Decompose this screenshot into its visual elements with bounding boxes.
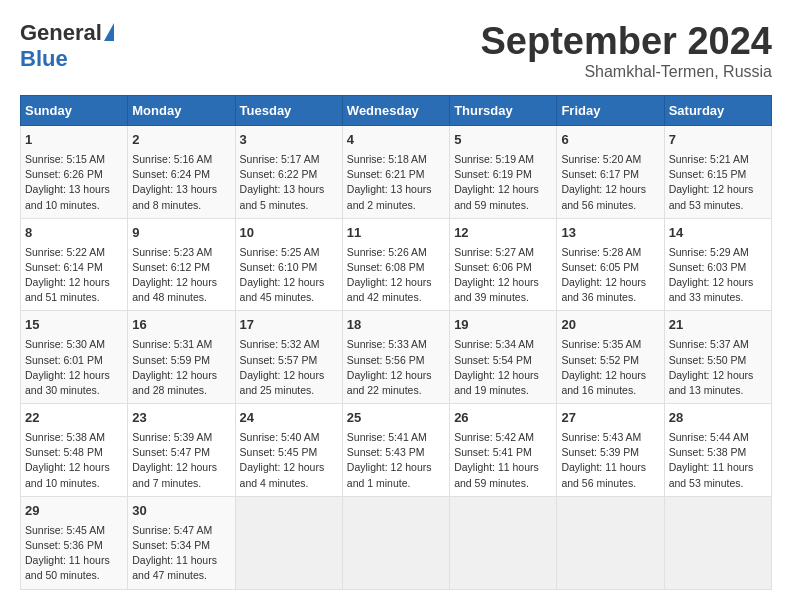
- day-cell: 19Sunrise: 5:34 AMSunset: 5:54 PMDayligh…: [450, 311, 557, 404]
- day-cell: 1Sunrise: 5:15 AMSunset: 6:26 PMDaylight…: [21, 126, 128, 219]
- page-header: General Blue September 2024 Shamkhal-Ter…: [20, 20, 772, 81]
- day-info: Sunset: 5:36 PM: [25, 538, 123, 553]
- day-cell: 7Sunrise: 5:21 AMSunset: 6:15 PMDaylight…: [664, 126, 771, 219]
- day-number: 11: [347, 224, 445, 243]
- day-number: 13: [561, 224, 659, 243]
- day-cell: 16Sunrise: 5:31 AMSunset: 5:59 PMDayligh…: [128, 311, 235, 404]
- day-number: 14: [669, 224, 767, 243]
- day-info: Sunset: 6:24 PM: [132, 167, 230, 182]
- day-info: Sunrise: 5:19 AM: [454, 152, 552, 167]
- day-number: 28: [669, 409, 767, 428]
- header-row: SundayMondayTuesdayWednesdayThursdayFrid…: [21, 96, 772, 126]
- day-cell: 12Sunrise: 5:27 AMSunset: 6:06 PMDayligh…: [450, 218, 557, 311]
- day-info: Sunrise: 5:22 AM: [25, 245, 123, 260]
- day-cell: 4Sunrise: 5:18 AMSunset: 6:21 PMDaylight…: [342, 126, 449, 219]
- day-info: Daylight: 13 hours and 10 minutes.: [25, 182, 123, 212]
- day-number: 4: [347, 131, 445, 150]
- day-info: Sunrise: 5:31 AM: [132, 337, 230, 352]
- day-info: Daylight: 13 hours and 2 minutes.: [347, 182, 445, 212]
- day-number: 30: [132, 502, 230, 521]
- week-row-4: 22Sunrise: 5:38 AMSunset: 5:48 PMDayligh…: [21, 404, 772, 497]
- day-info: Sunrise: 5:16 AM: [132, 152, 230, 167]
- day-info: Daylight: 12 hours and 33 minutes.: [669, 275, 767, 305]
- day-info: Sunset: 5:52 PM: [561, 353, 659, 368]
- header-cell-sunday: Sunday: [21, 96, 128, 126]
- title-block: September 2024 Shamkhal-Termen, Russia: [481, 20, 773, 81]
- day-number: 29: [25, 502, 123, 521]
- day-cell: 21Sunrise: 5:37 AMSunset: 5:50 PMDayligh…: [664, 311, 771, 404]
- logo-general-text: General: [20, 20, 102, 46]
- day-cell: 10Sunrise: 5:25 AMSunset: 6:10 PMDayligh…: [235, 218, 342, 311]
- month-title: September 2024: [481, 20, 773, 63]
- day-number: 5: [454, 131, 552, 150]
- day-number: 12: [454, 224, 552, 243]
- week-row-3: 15Sunrise: 5:30 AMSunset: 6:01 PMDayligh…: [21, 311, 772, 404]
- day-info: Daylight: 12 hours and 56 minutes.: [561, 182, 659, 212]
- day-number: 20: [561, 316, 659, 335]
- day-info: Sunrise: 5:25 AM: [240, 245, 338, 260]
- day-info: Daylight: 11 hours and 50 minutes.: [25, 553, 123, 583]
- day-info: Daylight: 12 hours and 10 minutes.: [25, 460, 123, 490]
- day-cell: 26Sunrise: 5:42 AMSunset: 5:41 PMDayligh…: [450, 404, 557, 497]
- day-info: Daylight: 12 hours and 30 minutes.: [25, 368, 123, 398]
- day-info: Sunset: 6:17 PM: [561, 167, 659, 182]
- day-info: Daylight: 13 hours and 8 minutes.: [132, 182, 230, 212]
- day-info: Daylight: 12 hours and 13 minutes.: [669, 368, 767, 398]
- day-cell: 22Sunrise: 5:38 AMSunset: 5:48 PMDayligh…: [21, 404, 128, 497]
- day-cell: [664, 496, 771, 589]
- day-cell: [450, 496, 557, 589]
- day-info: Sunset: 5:57 PM: [240, 353, 338, 368]
- day-info: Sunrise: 5:20 AM: [561, 152, 659, 167]
- day-info: Sunset: 5:39 PM: [561, 445, 659, 460]
- day-cell: 13Sunrise: 5:28 AMSunset: 6:05 PMDayligh…: [557, 218, 664, 311]
- day-cell: 14Sunrise: 5:29 AMSunset: 6:03 PMDayligh…: [664, 218, 771, 311]
- day-info: Daylight: 12 hours and 22 minutes.: [347, 368, 445, 398]
- day-info: Sunset: 5:54 PM: [454, 353, 552, 368]
- day-info: Sunrise: 5:30 AM: [25, 337, 123, 352]
- day-number: 3: [240, 131, 338, 150]
- day-number: 10: [240, 224, 338, 243]
- day-info: Daylight: 13 hours and 5 minutes.: [240, 182, 338, 212]
- header-cell-wednesday: Wednesday: [342, 96, 449, 126]
- day-info: Daylight: 12 hours and 4 minutes.: [240, 460, 338, 490]
- day-cell: 24Sunrise: 5:40 AMSunset: 5:45 PMDayligh…: [235, 404, 342, 497]
- calendar-table: SundayMondayTuesdayWednesdayThursdayFrid…: [20, 95, 772, 590]
- day-info: Sunrise: 5:17 AM: [240, 152, 338, 167]
- day-info: Sunrise: 5:26 AM: [347, 245, 445, 260]
- day-info: Sunset: 6:12 PM: [132, 260, 230, 275]
- day-info: Sunset: 6:22 PM: [240, 167, 338, 182]
- day-info: Daylight: 12 hours and 45 minutes.: [240, 275, 338, 305]
- day-cell: 20Sunrise: 5:35 AMSunset: 5:52 PMDayligh…: [557, 311, 664, 404]
- day-info: Sunset: 6:15 PM: [669, 167, 767, 182]
- day-number: 7: [669, 131, 767, 150]
- day-info: Sunset: 6:14 PM: [25, 260, 123, 275]
- day-cell: 3Sunrise: 5:17 AMSunset: 6:22 PMDaylight…: [235, 126, 342, 219]
- day-number: 8: [25, 224, 123, 243]
- day-cell: 6Sunrise: 5:20 AMSunset: 6:17 PMDaylight…: [557, 126, 664, 219]
- day-info: Daylight: 12 hours and 19 minutes.: [454, 368, 552, 398]
- day-number: 27: [561, 409, 659, 428]
- day-info: Sunrise: 5:27 AM: [454, 245, 552, 260]
- day-info: Daylight: 12 hours and 16 minutes.: [561, 368, 659, 398]
- day-info: Sunrise: 5:45 AM: [25, 523, 123, 538]
- day-info: Sunset: 5:43 PM: [347, 445, 445, 460]
- day-cell: 11Sunrise: 5:26 AMSunset: 6:08 PMDayligh…: [342, 218, 449, 311]
- day-cell: 17Sunrise: 5:32 AMSunset: 5:57 PMDayligh…: [235, 311, 342, 404]
- day-info: Daylight: 11 hours and 47 minutes.: [132, 553, 230, 583]
- day-info: Daylight: 12 hours and 42 minutes.: [347, 275, 445, 305]
- day-number: 21: [669, 316, 767, 335]
- day-cell: 25Sunrise: 5:41 AMSunset: 5:43 PMDayligh…: [342, 404, 449, 497]
- day-cell: 23Sunrise: 5:39 AMSunset: 5:47 PMDayligh…: [128, 404, 235, 497]
- day-cell: 5Sunrise: 5:19 AMSunset: 6:19 PMDaylight…: [450, 126, 557, 219]
- day-info: Daylight: 12 hours and 1 minute.: [347, 460, 445, 490]
- header-cell-monday: Monday: [128, 96, 235, 126]
- day-info: Sunset: 5:41 PM: [454, 445, 552, 460]
- day-info: Daylight: 12 hours and 7 minutes.: [132, 460, 230, 490]
- header-cell-saturday: Saturday: [664, 96, 771, 126]
- day-info: Sunset: 5:48 PM: [25, 445, 123, 460]
- logo-triangle-icon: [104, 23, 114, 41]
- day-cell: 27Sunrise: 5:43 AMSunset: 5:39 PMDayligh…: [557, 404, 664, 497]
- day-info: Daylight: 11 hours and 56 minutes.: [561, 460, 659, 490]
- day-info: Daylight: 12 hours and 36 minutes.: [561, 275, 659, 305]
- day-info: Daylight: 12 hours and 25 minutes.: [240, 368, 338, 398]
